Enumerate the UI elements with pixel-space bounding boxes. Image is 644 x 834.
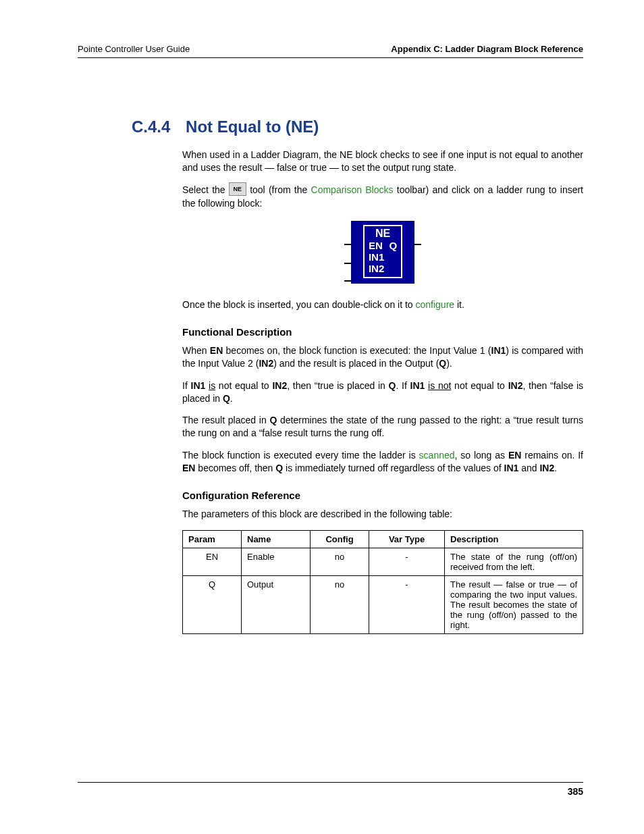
comparison-blocks-link[interactable]: Comparison Blocks [311,184,394,195]
header-right: Appendix C: Ladder Diagram Block Referen… [391,44,583,54]
th-config: Config [311,530,369,548]
ne-in1-label: IN1 [369,251,384,263]
section-heading: C.4.4 Not Equal to (NE) [132,118,583,136]
scanned-link[interactable]: scanned [419,450,455,461]
ne-en-label: EN [369,240,383,251]
th-vartype: Var Type [369,530,445,548]
once-inserted-paragraph: Once the block is inserted, you can doub… [182,298,583,311]
ne-block-diagram: NE EN Q IN1 IN2 [182,221,583,284]
functional-description-heading: Functional Description [182,326,583,338]
select-paragraph: Select the NE tool (from the Comparison … [182,184,583,210]
param-table: Param Name Config Var Type Description E… [182,530,583,634]
header-left: Pointe Controller User Guide [78,44,190,54]
functional-p3: The result placed in Q determines the st… [182,414,583,440]
ne-q-label: Q [389,240,397,251]
section-number: C.4.4 [132,118,170,136]
table-row: Q Output no - The result — false or true… [183,575,583,633]
table-row: EN Enable no - The state of the rung (of… [183,548,583,575]
intro-paragraph: When used in a Ladder Diagram, the NE bl… [182,149,583,174]
page-number: 385 [568,786,583,797]
section-title-text: Not Equal to (NE) [186,118,319,136]
ne-block-title: NE [365,228,401,240]
footer: 385 [78,782,583,797]
table-header-row: Param Name Config Var Type Description [183,530,583,548]
ne-tool-icon: NE [229,182,246,196]
ne-in2-label: IN2 [369,263,384,274]
header: Pointe Controller User Guide Appendix C:… [78,44,583,58]
functional-p1: When EN becomes on, the block function i… [182,344,583,370]
functional-p2: If IN1 is not equal to IN2, then “true i… [182,380,583,405]
page: Pointe Controller User Guide Appendix C:… [0,0,644,834]
configure-link[interactable]: configure [416,299,455,310]
config-intro: The parameters of this block are describ… [182,508,583,521]
th-name: Name [242,530,311,548]
th-description: Description [445,530,583,548]
config-reference-heading: Configuration Reference [182,490,583,501]
content: When used in a Ladder Diagram, the NE bl… [182,149,583,634]
functional-p4: The block function is executed every tim… [182,449,583,475]
th-param: Param [183,530,242,548]
